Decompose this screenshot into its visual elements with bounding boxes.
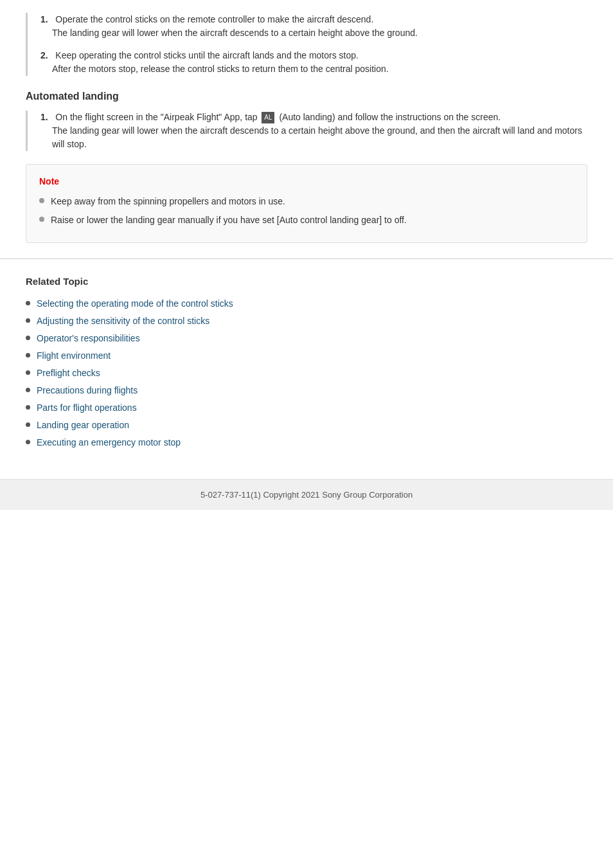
related-topic-title: Related Topic: [26, 275, 587, 289]
note-text-2: Raise or lower the landing gear manually…: [51, 213, 407, 227]
related-list-item: Adjusting the sensitivity of the control…: [26, 314, 587, 328]
related-link-6[interactable]: Parts for flight operations: [37, 401, 137, 415]
related-list-item: Parts for flight operations: [26, 401, 587, 415]
related-bullet: [26, 318, 30, 323]
step-1-subtext: The landing gear will lower when the air…: [52, 26, 587, 40]
note-bullet-1: [39, 198, 44, 203]
related-link-5[interactable]: Precautions during flights: [37, 384, 138, 397]
step-2-number: 2.: [40, 50, 48, 60]
auto-steps-section: 1. On the flight screen in the "Airpeak …: [26, 111, 587, 151]
auto-step-1-text-after: (Auto landing) and follow the instructio…: [279, 112, 501, 122]
related-link-3[interactable]: Flight environment: [37, 349, 111, 363]
related-links-list: Selecting the operating mode of the cont…: [26, 297, 587, 449]
auto-step-1-text-before: On the flight screen in the "Airpeak Fli…: [55, 112, 257, 122]
step-1: 1. Operate the control sticks on the rem…: [40, 13, 587, 40]
related-list-item: Selecting the operating mode of the cont…: [26, 297, 587, 311]
related-link-0[interactable]: Selecting the operating mode of the cont…: [37, 297, 233, 311]
related-list-item: Executing an emergency motor stop: [26, 436, 587, 449]
footer: 5-027-737-11(1) Copyright 2021 Sony Grou…: [0, 479, 613, 511]
note-text-1: Keep away from the spinning propellers a…: [51, 195, 285, 208]
related-bullet: [26, 370, 30, 375]
related-bullet: [26, 405, 30, 410]
note-item-2: Raise or lower the landing gear manually…: [39, 213, 574, 227]
auto-step-1-number: 1.: [40, 112, 48, 122]
related-link-7[interactable]: Landing gear operation: [37, 419, 129, 432]
note-item-1: Keep away from the spinning propellers a…: [39, 195, 574, 208]
related-bullet: [26, 440, 30, 444]
step-2: 2. Keep operating the control sticks unt…: [40, 49, 587, 76]
footer-text: 5-027-737-11(1) Copyright 2021 Sony Grou…: [200, 490, 413, 500]
related-link-8[interactable]: Executing an emergency motor stop: [37, 436, 181, 449]
related-list-item: Precautions during flights: [26, 384, 587, 397]
related-link-2[interactable]: Operator's responsibilities: [37, 332, 140, 345]
related-section: Related Topic Selecting the operating mo…: [0, 275, 613, 466]
note-bullet-2: [39, 217, 44, 222]
section-divider: [0, 258, 613, 259]
auto-step-1: 1. On the flight screen in the "Airpeak …: [40, 111, 587, 151]
related-list-item: Operator's responsibilities: [26, 332, 587, 345]
step-2-subtext: After the motors stop, release the contr…: [52, 62, 587, 76]
step-1-text: Operate the control sticks on the remote…: [55, 14, 373, 24]
related-list-item: Landing gear operation: [26, 419, 587, 432]
related-link-1[interactable]: Adjusting the sensitivity of the control…: [37, 314, 209, 328]
automated-landing-heading: Automated landing: [26, 89, 587, 104]
related-list-item: Flight environment: [26, 349, 587, 363]
related-bullet: [26, 301, 30, 305]
related-bullet: [26, 422, 30, 427]
related-bullet: [26, 336, 30, 340]
related-link-4[interactable]: Preflight checks: [37, 366, 100, 380]
step-2-text: Keep operating the control sticks until …: [55, 50, 359, 60]
related-bullet: [26, 388, 30, 392]
note-box: Note Keep away from the spinning propell…: [26, 164, 587, 243]
auto-landing-icon: AL: [262, 112, 274, 123]
note-title: Note: [39, 175, 574, 188]
manual-steps-section: 1. Operate the control sticks on the rem…: [26, 13, 587, 76]
step-1-number: 1.: [40, 14, 48, 24]
related-list-item: Preflight checks: [26, 366, 587, 380]
related-bullet: [26, 353, 30, 357]
auto-step-1-subtext: The landing gear will lower when the air…: [52, 124, 587, 151]
